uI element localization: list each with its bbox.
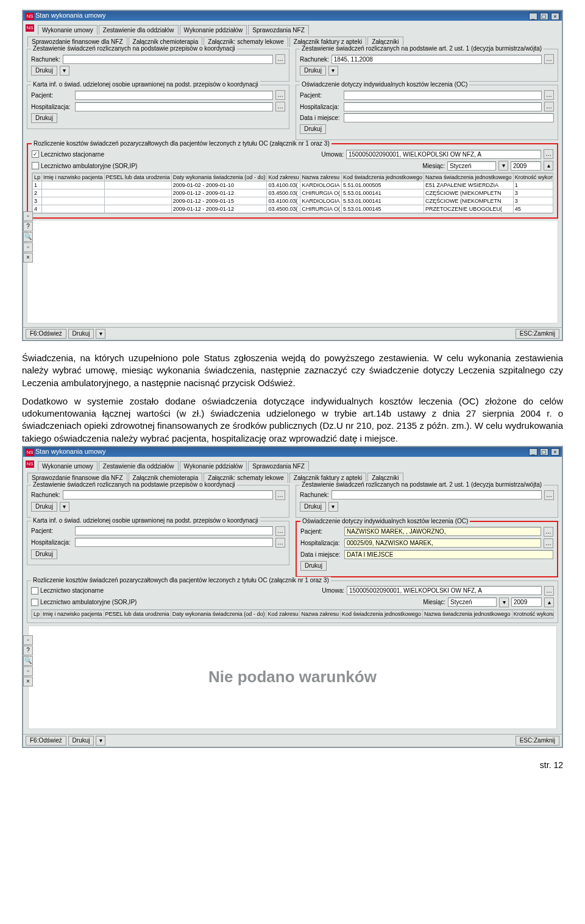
empty-area: [27, 220, 558, 323]
pacjent-field[interactable]: [75, 526, 273, 535]
refresh-button[interactable]: F6:Odśwież: [26, 329, 66, 339]
hosp-field[interactable]: [75, 538, 273, 547]
titlebar: NSStan wykonania umowy _ ▢ ×: [23, 11, 562, 21]
table-row[interactable]: 12009-01-02 - 2009-01-1003.4100.03(KARDI…: [33, 182, 554, 189]
close-button[interactable]: ×: [23, 677, 33, 686]
lookup-button[interactable]: …: [544, 586, 554, 596]
tab[interactable]: Zestawienie dla oddziałów: [99, 25, 179, 35]
hosp-field[interactable]: 00025/09, NAZWISKO MAREK,: [344, 538, 541, 548]
tool-button[interactable]: ▾: [60, 502, 69, 512]
app-window-2: NSStan wykonania umowy _ ▢ × NS Wykonani…: [22, 446, 563, 748]
close-button[interactable]: ESC:Zamknij: [516, 736, 559, 746]
tool-button[interactable]: ▾: [96, 329, 105, 339]
print-button[interactable]: Drukuj: [68, 329, 94, 339]
tab[interactable]: Wykonanie umowy: [38, 461, 98, 471]
lookup-button[interactable]: …: [544, 102, 554, 111]
rachunek-field[interactable]: [63, 490, 273, 499]
data-field[interactable]: DATA I MIEJSCE: [344, 550, 553, 559]
tab[interactable]: Wykonanie umowy: [38, 25, 98, 35]
data-field[interactable]: [344, 113, 554, 122]
pacjent-field[interactable]: NAZWISKO MAREK, , JAWORZNO,: [344, 527, 541, 536]
tool-button[interactable]: ▫: [23, 242, 33, 252]
print-button[interactable]: Drukuj: [31, 502, 57, 512]
rok-field[interactable]: 2009: [511, 161, 541, 171]
rachunek-field[interactable]: 1845, 11,2008: [332, 55, 542, 64]
tab[interactable]: Wykonanie pddziałów: [180, 461, 247, 471]
table-row[interactable]: 32009-01-12 - 2009-01-1503.4100.03(KARDI…: [33, 197, 554, 205]
rachunek-field[interactable]: [332, 490, 542, 499]
lookup-button[interactable]: …: [544, 527, 553, 537]
left-toolbar: ▫ ? 🔍 ▫ ×: [23, 211, 34, 263]
miesiac-field[interactable]: Styczeń: [447, 161, 496, 171]
search-button[interactable]: 🔍: [23, 232, 33, 242]
print-button[interactable]: Drukuj: [31, 113, 57, 123]
print-button[interactable]: Drukuj: [300, 124, 326, 134]
maximize-button[interactable]: ▢: [540, 448, 548, 456]
chk-stacjonarne[interactable]: Lecznictwo stacjonarne: [31, 587, 104, 594]
minimize-button[interactable]: _: [529, 13, 537, 20]
miesiac-field[interactable]: Styczeń: [448, 598, 497, 607]
lookup-button[interactable]: …: [275, 90, 285, 100]
print-button[interactable]: Drukuj: [300, 66, 326, 76]
close-button[interactable]: ESC:Zamknij: [516, 329, 559, 339]
rachunek-field[interactable]: [63, 55, 273, 64]
table-header-row: LpImię i nazwisko pacjentaPESEL lub data…: [32, 610, 555, 618]
tool-button[interactable]: ▾: [328, 66, 338, 76]
refresh-button[interactable]: F6:Odśwież: [26, 736, 66, 746]
print-button[interactable]: Drukuj: [300, 502, 326, 512]
tool-button[interactable]: ▾: [60, 66, 69, 76]
close-button[interactable]: ×: [551, 13, 559, 20]
rok-field[interactable]: 2009: [511, 598, 542, 607]
group-title: Oświadczenie dotyczy indywidualnych kosz…: [300, 81, 469, 88]
lookup-button[interactable]: …: [544, 149, 553, 159]
table-row[interactable]: 42009-01-12 - 2009-01-1203.4500.03(CHIRU…: [33, 205, 554, 213]
group-oc-bottom: Rozliczenie kosztów świadczeń pozaryczał…: [27, 580, 558, 623]
tab[interactable]: Zestawienie dla oddziałów: [99, 461, 179, 471]
lookup-button[interactable]: …: [275, 526, 285, 536]
tool-button[interactable]: ▫: [23, 666, 33, 676]
lookup-button[interactable]: …: [275, 538, 285, 548]
pacjent-field[interactable]: [75, 91, 273, 100]
lookup-button[interactable]: …: [275, 490, 285, 500]
lookup-button[interactable]: …: [544, 54, 554, 64]
close-button[interactable]: ×: [23, 253, 33, 263]
search-button[interactable]: 🔍: [23, 656, 33, 666]
chk-ambulatoryjne[interactable]: Lecznictwo ambulatoryjne (SOR,IP): [31, 599, 136, 606]
lookup-button[interactable]: …: [544, 90, 554, 100]
help-button[interactable]: ?: [23, 646, 33, 655]
tab[interactable]: Sprawozdania NFZ: [248, 25, 309, 35]
tool-button[interactable]: ▫: [23, 211, 33, 221]
minimize-button[interactable]: _: [529, 448, 537, 456]
dropdown-button[interactable]: ▾: [498, 161, 508, 171]
tool-button[interactable]: ▫: [23, 635, 33, 645]
print-button[interactable]: Drukuj: [31, 549, 57, 559]
tab[interactable]: Sprawozdania NFZ: [248, 461, 309, 471]
dropdown-button[interactable]: ▾: [499, 598, 509, 607]
lookup-button[interactable]: …: [275, 54, 285, 64]
chk-ambulatoryjne[interactable]: Lecznictwo ambulatoryjne (SOR,IP): [32, 162, 137, 169]
checkbox-checked-icon: ✓: [32, 150, 39, 158]
pacjent-field[interactable]: [344, 91, 542, 100]
umowa-field[interactable]: 150005002090001, WIELKOPOLSKI OW NFZ, A: [346, 150, 541, 159]
help-button[interactable]: ?: [23, 222, 33, 231]
tab[interactable]: Wykonanie pddziałów: [180, 25, 247, 35]
lookup-button[interactable]: …: [544, 490, 554, 500]
tool-button[interactable]: ▾: [328, 502, 338, 512]
lookup-button[interactable]: …: [544, 538, 553, 548]
umowa-field[interactable]: 150005002090001, WIELKOPOLSKI OW NFZ, A: [347, 586, 542, 595]
lookup-button[interactable]: …: [275, 102, 285, 111]
spin-button[interactable]: ▴: [544, 598, 554, 607]
table-row[interactable]: 22009-01-12 - 2009-01-1203.4500.03(CHIRU…: [33, 189, 554, 197]
print-button[interactable]: Drukuj: [300, 561, 327, 571]
tool-button[interactable]: ▾: [96, 736, 105, 746]
hosp-field[interactable]: [75, 102, 273, 111]
hosp-field[interactable]: [344, 102, 542, 111]
data-label: Data i miejsce:: [300, 551, 342, 558]
chk-stacjonarne[interactable]: ✓Lecznictwo stacjonarne: [32, 150, 104, 158]
umowa-label: Umowa:: [321, 151, 344, 158]
print-button[interactable]: Drukuj: [31, 66, 57, 76]
print-button[interactable]: Drukuj: [68, 736, 94, 746]
close-button[interactable]: ×: [551, 448, 559, 456]
maximize-button[interactable]: ▢: [540, 13, 548, 20]
spin-button[interactable]: ▴: [544, 161, 553, 171]
